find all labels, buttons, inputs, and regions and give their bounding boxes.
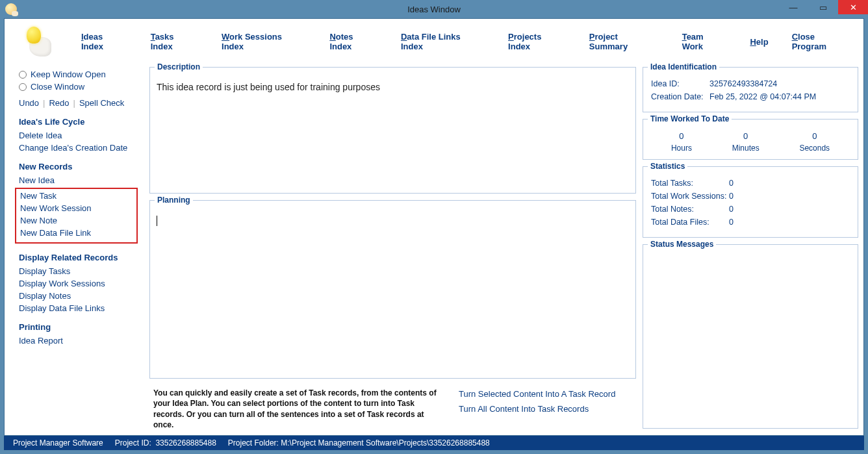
idea-id-label: Idea ID: [651, 79, 709, 88]
total-notes-label: Total Notes: [651, 205, 729, 214]
turn-all-link[interactable]: Turn All Content Into Task Records [459, 404, 615, 414]
menu-project-summary[interactable]: Project Summary [578, 32, 670, 51]
menu-work-sessions-index[interactable]: Work Sessions Index [210, 32, 318, 51]
identification-legend: Idea Identification [648, 62, 719, 71]
total-tasks-value: 0 [729, 179, 734, 188]
idea-report-link[interactable]: Idea Report [19, 336, 138, 346]
logo-icon [18, 24, 57, 59]
planning-hint: You can quickly and easily create a set … [153, 388, 439, 430]
maximize-button[interactable]: ▭ [808, 0, 838, 14]
total-tasks-label: Total Tasks: [651, 179, 729, 188]
new-note-link[interactable]: New Note [20, 216, 133, 225]
creation-date-label: Creation Date: [651, 92, 709, 101]
status-project-folder: Project Folder: M:\Project Management So… [228, 438, 490, 448]
heading-life-cycle: Idea's Life Cycle [19, 117, 138, 127]
turn-selected-link[interactable]: Turn Selected Content Into A Task Record [459, 389, 615, 399]
seconds-label: Seconds [799, 144, 830, 153]
total-data-files-value: 0 [729, 218, 734, 227]
heading-display-related: Display Related Records [19, 253, 138, 262]
change-creation-date-link[interactable]: Change Idea's Creation Date [19, 143, 138, 153]
display-tasks-link[interactable]: Display Tasks [19, 266, 138, 276]
statistics-legend: Statistics [648, 162, 687, 171]
body: Keep Window Open Close Window Undo| Redo… [5, 64, 863, 435]
highlight-box: New Task New Work Session New Note New D… [15, 188, 138, 244]
total-work-sessions-label: Total Work Sessions: [651, 192, 729, 201]
edit-tools: Undo| Redo| Spell Check [19, 98, 138, 108]
seconds-value: 0 [799, 131, 830, 141]
status-project-id: Project ID: 33526268885488 [115, 438, 216, 448]
radio-keep-window-open[interactable]: Keep Window Open [19, 69, 138, 79]
display-work-sessions-link[interactable]: Display Work Sessions [19, 279, 138, 288]
close-button[interactable]: ✕ [838, 0, 868, 14]
heading-new-records: New Records [19, 162, 138, 171]
planning-textarea[interactable] [150, 201, 635, 233]
display-notes-link[interactable]: Display Notes [19, 291, 138, 301]
creation-date-value: Feb 25, 2022 @ 04:07:44 PM [709, 92, 816, 101]
total-work-sessions-value: 0 [729, 192, 734, 201]
window-controls: — ▭ ✕ [778, 0, 868, 14]
menubar: Ideas Index Tasks Index Work Sessions In… [5, 19, 863, 64]
text-cursor-icon [157, 216, 157, 226]
description-legend: Description [155, 62, 203, 71]
identification-group: Idea Identification Idea ID:325762493384… [643, 67, 858, 112]
total-data-files-label: Total Data Files: [651, 218, 729, 227]
status-messages-legend: Status Messages [648, 240, 716, 249]
menu-tasks-index[interactable]: Tasks Index [139, 32, 210, 51]
display-data-file-links-link[interactable]: Display Data File Links [19, 303, 138, 313]
description-text[interactable]: This idea record is just being used for … [150, 68, 635, 99]
radio-close-window[interactable]: Close Window [19, 82, 138, 92]
main: Description This idea record is just bei… [144, 64, 863, 435]
app-icon [5, 3, 17, 15]
heading-printing: Printing [19, 322, 138, 332]
planning-group: Planning [149, 200, 636, 379]
undo-link[interactable]: Undo [19, 98, 39, 108]
menu-team-work[interactable]: Team Work [670, 32, 739, 51]
menu-close-program[interactable]: Close Program [780, 32, 863, 51]
right-column: Idea Identification Idea ID:325762493384… [643, 67, 858, 435]
statistics-group: Statistics Total Tasks:0 Total Work Sess… [643, 166, 858, 238]
client-area: Ideas Index Tasks Index Work Sessions In… [4, 18, 864, 436]
menu-projects-index[interactable]: Projects Index [496, 32, 578, 51]
new-task-link[interactable]: New Task [20, 191, 133, 201]
new-work-session-link[interactable]: New Work Session [20, 203, 133, 213]
status-messages-group: Status Messages [643, 244, 858, 429]
planning-legend: Planning [155, 195, 193, 205]
menu-data-file-links-index[interactable]: Data File Links Index [389, 32, 496, 51]
hours-label: Hours [671, 144, 692, 153]
menu-notes-index[interactable]: Notes Index [318, 32, 389, 51]
menu-help[interactable]: Help [738, 37, 780, 47]
description-group: Description This idea record is just bei… [149, 67, 636, 194]
time-worked-legend: Time Worked To Date [648, 114, 732, 123]
titlebar[interactable]: Ideas Window — ▭ ✕ [0, 0, 868, 18]
sidebar: Keep Window Open Close Window Undo| Redo… [5, 64, 144, 435]
minimize-button[interactable]: — [778, 0, 808, 14]
spell-check-link[interactable]: Spell Check [79, 98, 124, 108]
new-idea-link[interactable]: New Idea [19, 175, 138, 185]
delete-idea-link[interactable]: Delete Idea [19, 131, 138, 140]
minutes-label: Minutes [732, 144, 760, 153]
time-worked-group: Time Worked To Date 0Hours 0Minutes 0Sec… [643, 119, 858, 160]
total-notes-value: 0 [729, 205, 734, 214]
window-title: Ideas Window [407, 5, 461, 14]
menu-ideas-index[interactable]: Ideas Index [70, 32, 139, 51]
idea-id-value: 325762493384724 [709, 79, 777, 88]
radio-icon [19, 71, 27, 79]
hours-value: 0 [671, 131, 692, 141]
statusbar: Project Manager Software Project ID: 335… [4, 436, 864, 450]
new-data-file-link-link[interactable]: New Data File Link [20, 228, 133, 238]
status-app-name: Project Manager Software [13, 438, 103, 448]
center-column: Description This idea record is just bei… [149, 67, 636, 435]
app-window: Ideas Window — ▭ ✕ Ideas Index Tasks Ind… [0, 0, 868, 454]
planning-footer: You can quickly and easily create a set … [149, 385, 636, 435]
minutes-value: 0 [732, 131, 760, 141]
redo-link[interactable]: Redo [49, 98, 69, 108]
planning-actions: Turn Selected Content Into A Task Record… [459, 389, 615, 414]
radio-icon [19, 83, 27, 91]
